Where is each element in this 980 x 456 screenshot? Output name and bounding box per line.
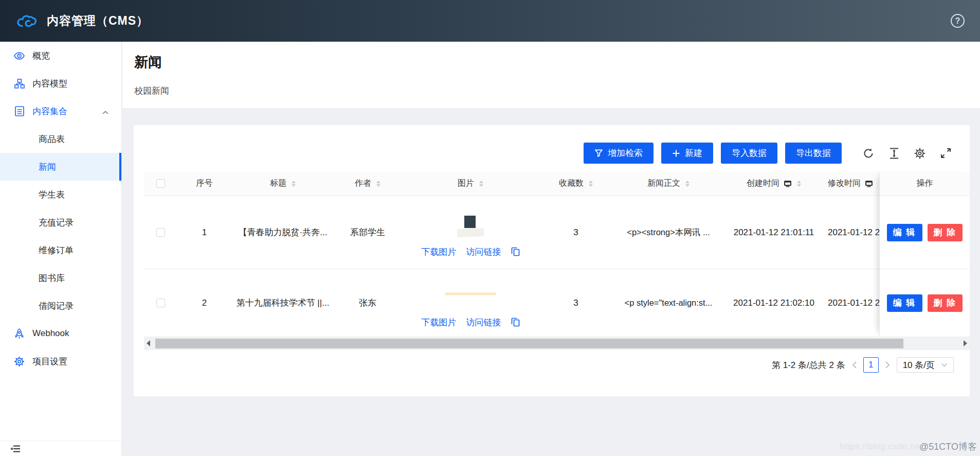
settings-icon[interactable] [914,148,925,159]
page-number-button[interactable]: 1 [863,357,879,373]
page-size-select[interactable]: 10 条/页 [897,357,954,373]
create-button[interactable]: 新建 [661,143,713,164]
column-header-created[interactable]: 创建时间 [725,171,823,196]
sort-icon[interactable] [685,181,689,187]
edit-button[interactable]: 编 辑 [887,294,922,312]
edit-button[interactable]: 编 辑 [887,224,922,241]
sidebar-item-collection-students[interactable]: 学生表 [0,181,121,208]
sidebar-collapse-button[interactable] [0,441,121,456]
column-height-icon[interactable] [889,148,899,159]
help-icon[interactable]: ? [951,14,965,28]
cell-created: 2021-01-12 21:01:11 [725,196,823,269]
horizontal-scrollbar[interactable] [144,337,970,350]
sidebar-item-label: Webhook [32,328,69,339]
column-header-title[interactable]: 标题 [231,171,334,196]
table-toolbar: 增加检索 新建 导入数据 导出数据 [584,143,951,164]
sort-icon[interactable] [292,181,296,187]
page-header: 新闻 校园新闻 [122,42,980,108]
plus-icon [672,149,680,157]
sort-icon[interactable] [376,181,380,187]
row-checkbox[interactable] [156,228,165,237]
delete-button[interactable]: 删 除 [928,294,963,312]
sidebar-item-label: 概览 [32,50,50,62]
sidebar-item-collection-repair-orders[interactable]: 维修订单 [0,236,121,264]
sidebar-item-content-collection[interactable]: 内容集合 [0,97,121,125]
visit-link[interactable]: 访问链接 [466,246,501,258]
sort-icon[interactable] [589,181,593,187]
sidebar-item-label: 内容集合 [32,106,67,117]
table-header-row: 序号 标题 作者 图片 收藏数 新闻正文 创建时间 [144,171,879,196]
copy-icon[interactable] [511,247,520,256]
column-header-index: 序号 [177,171,231,196]
cell-modified: 2021-01-12 22: [823,196,879,269]
sidebar-item-collection-books[interactable]: 图书库 [0,264,121,292]
scroll-left-arrow-icon[interactable] [147,340,150,346]
sidebar-item-label: 项目设置 [32,356,67,367]
column-header-modified[interactable]: 修改时间 [823,171,879,196]
column-header-author[interactable]: 作者 [334,171,401,196]
news-photo-thumbnail[interactable] [445,207,496,240]
row-checkbox[interactable] [156,299,165,307]
copy-icon[interactable] [511,318,520,327]
export-data-button[interactable]: 导出数据 [785,143,842,164]
cell-content: <p><strong>本网讯 ... [612,196,725,269]
prev-page-icon[interactable] [851,361,857,369]
sidebar-item-label: 维修订单 [39,244,74,256]
cell-favorites: 3 [540,196,612,269]
eye-icon [14,50,25,61]
model-icon [14,78,25,89]
cell-image: 下载图片 访问链接 [401,196,540,269]
sidebar-item-collection-news[interactable]: 新闻 [0,153,121,181]
column-header-favorites[interactable]: 收藏数 [540,171,612,196]
sidebar-item-overview[interactable]: 概览 [0,42,121,69]
download-image-link[interactable]: 下载图片 [422,246,457,258]
sidebar-item-collection-borrow-records[interactable]: 借阅记录 [0,292,121,320]
row-actions: 编 辑 删 除 [880,196,970,269]
pagination-summary: 第 1-2 条/总共 2 条 [772,359,845,371]
watermark-url: https://blog.csdn.ne [840,442,920,452]
page-subtitle: 校园新闻 [134,85,169,97]
sidebar-item-collection-recharge[interactable]: 充值记录 [0,208,121,236]
download-image-link[interactable]: 下载图片 [422,317,457,328]
sidebar-item-label: 图书库 [39,272,65,284]
chevron-up-icon[interactable] [102,108,109,118]
collection-icon [14,106,25,117]
sidebar-item-label: 借阅记录 [39,300,74,312]
refresh-icon[interactable] [863,148,874,159]
column-header-image[interactable]: 图片 [401,171,540,196]
add-filter-button[interactable]: 增加检索 [584,143,654,164]
cell-image: 下载图片 访问链接 [401,269,540,337]
pagination: 第 1-2 条/总共 2 条 1 10 条/页 [772,357,954,373]
import-data-button[interactable]: 导入数据 [721,143,777,164]
sidebar-item-content-model[interactable]: 内容模型 [0,69,121,97]
cell-created: 2021-01-12 21:02:10 [725,269,823,337]
rocket-icon [14,328,25,339]
sidebar-item-label: 充值记录 [39,217,74,229]
delete-button[interactable]: 删 除 [928,224,963,241]
table-scroll-area: 序号 标题 作者 图片 收藏数 新闻正文 创建时间 [144,171,879,337]
select-all-checkbox[interactable] [156,179,165,188]
filter-icon [594,149,603,157]
calendar-icon [865,180,873,187]
app-title: 内容管理（CMS） [47,13,149,29]
sidebar-item-collection-goods[interactable]: 商品表 [0,125,121,153]
content-card: 增加检索 新建 导入数据 导出数据 [134,125,970,396]
column-header-content[interactable]: 新闻正文 [612,171,725,196]
visit-link[interactable]: 访问链接 [466,317,501,328]
sort-icon[interactable] [797,181,801,187]
fullscreen-icon[interactable] [940,148,951,159]
sidebar-item-webhook[interactable]: Webhook [0,320,121,347]
sidebar: 概览 内容模型 内容集合 商品表 新闻 学生表 [0,42,122,456]
sidebar-item-project-settings[interactable]: 项目设置 [0,347,121,375]
menu-fold-icon [10,446,21,454]
sidebar-item-label: 学生表 [39,189,65,201]
sort-icon[interactable] [479,181,483,187]
fixed-actions-column: 操作 编 辑 删 除 编 辑 删 除 [879,171,970,337]
scroll-right-arrow-icon[interactable] [964,340,967,346]
next-page-icon[interactable] [885,361,891,369]
scrollbar-thumb[interactable] [155,339,903,348]
cloudbase-logo-icon [15,13,39,29]
page-title: 新闻 [134,53,162,72]
cell-title: 第十九届科技学术节 ||... [231,269,334,337]
news-photo-thumbnail[interactable] [445,278,496,311]
